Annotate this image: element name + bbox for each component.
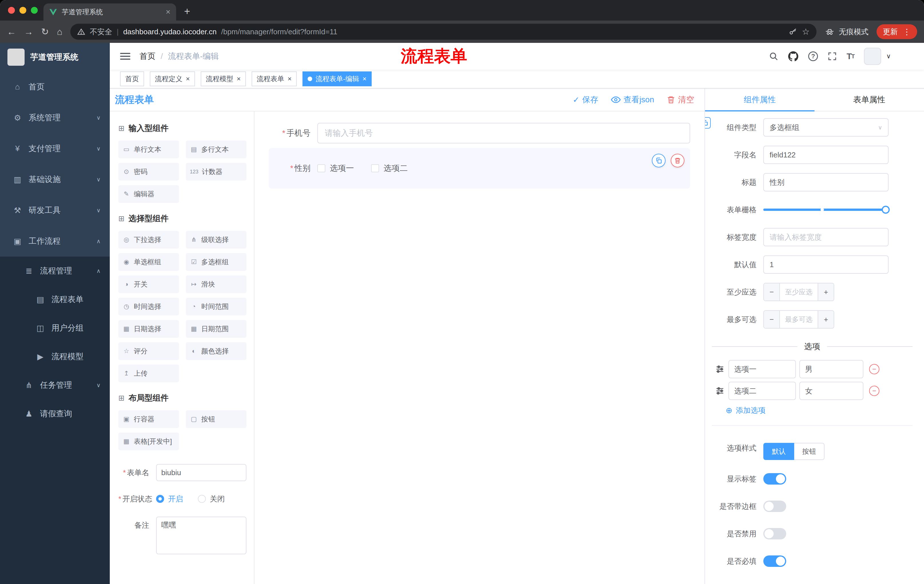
gender-option-1-checkbox[interactable]: 选项一 (317, 163, 354, 174)
form-grid-slider[interactable] (763, 201, 889, 219)
search-icon[interactable] (769, 51, 779, 61)
browser-tab[interactable]: 芋道管理系统 × (43, 3, 176, 21)
sidebar-item-task-management[interactable]: ⋔ 任务管理 ∨ (0, 371, 110, 400)
hamburger-icon[interactable] (120, 53, 130, 60)
palette-item-select[interactable]: ◎下拉选择 (118, 231, 179, 248)
form-canvas[interactable]: *手机号 请输入手机号 (254, 112, 705, 584)
form-remark-textarea[interactable]: 嘿嘿 (156, 517, 246, 554)
tag-process-form[interactable]: 流程表单 × (252, 71, 297, 86)
close-icon[interactable]: × (237, 76, 241, 82)
sidebar-item-process-model[interactable]: ▶ 流程模型 (0, 342, 110, 371)
field-name-input[interactable] (763, 146, 889, 164)
sidebar-item-dev-tools[interactable]: ⚒ 研发工具 ∨ (0, 195, 110, 226)
font-size-icon[interactable]: TT (846, 51, 854, 61)
palette-item-date-range[interactable]: ▦日期范围 (186, 320, 246, 338)
with-border-toggle[interactable] (763, 500, 786, 512)
breadcrumb-home[interactable]: 首页 (140, 51, 155, 62)
drag-handle-icon[interactable] (715, 365, 724, 374)
option-1-value-input[interactable] (799, 360, 863, 378)
sidebar-item-process-form[interactable]: ▤ 流程表单 (0, 285, 110, 314)
palette-item-switch[interactable]: ◑开关 (118, 275, 179, 293)
increase-button[interactable]: + (818, 311, 834, 328)
phone-field-row[interactable]: *手机号 请输入手机号 (269, 123, 690, 143)
bookmark-star-icon[interactable]: ☆ (802, 28, 810, 36)
copy-link-button[interactable] (705, 117, 711, 128)
palette-item-editor[interactable]: ✎编辑器 (118, 185, 179, 203)
palette-item-time-range[interactable]: ◔时间范围 (186, 298, 246, 316)
decrease-button[interactable]: − (764, 311, 780, 328)
sidebar-item-workflow[interactable]: ▣ 工作流程 ∧ (0, 226, 110, 257)
palette-item-counter[interactable]: 123计数器 (186, 163, 246, 181)
palette-item-color-picker[interactable]: ◐颜色选择 (186, 342, 246, 360)
form-name-input[interactable] (156, 464, 246, 481)
delete-component-button[interactable] (671, 154, 685, 168)
palette-item-single-text[interactable]: ▭单行文本 (118, 141, 179, 158)
browser-menu-icon[interactable]: ⋮ (903, 27, 911, 36)
remove-option-button[interactable]: − (869, 364, 879, 374)
sidebar-item-payment-management[interactable]: ¥ 支付管理 ∨ (0, 133, 110, 164)
tag-home[interactable]: 首页 (120, 71, 144, 86)
reload-icon[interactable]: ↻ (41, 27, 49, 36)
label-width-input[interactable] (763, 228, 889, 246)
component-type-select[interactable]: 多选框组 ∨ (763, 118, 889, 137)
add-option-button[interactable]: ⊕ 添加选项 (726, 403, 912, 417)
tag-process-form-edit[interactable]: 流程表单-编辑 × (302, 71, 372, 86)
clear-button[interactable]: 清空 (667, 94, 694, 105)
decrease-button[interactable]: − (764, 283, 780, 301)
palette-item-date-picker[interactable]: ▦日期选择 (118, 320, 179, 338)
minimize-window-button[interactable] (20, 7, 26, 14)
option-2-value-input[interactable] (799, 382, 863, 400)
forward-icon[interactable]: → (24, 27, 33, 36)
tab-component-props[interactable]: 组件属性 (705, 89, 815, 111)
palette-item-button[interactable]: ▢按钮 (186, 410, 246, 428)
palette-item-checkbox-group[interactable]: ☑多选框组 (186, 253, 246, 271)
security-label[interactable]: 不安全 (90, 27, 112, 37)
back-icon[interactable]: ← (7, 27, 16, 36)
sidebar-logo-row[interactable]: 芋道管理系统 (0, 43, 110, 71)
sidebar-item-process-management[interactable]: ≣ 流程管理 ∧ (0, 257, 110, 285)
sidebar-item-infrastructure[interactable]: ▥ 基础设施 ∨ (0, 164, 110, 195)
sidebar-item-user-group[interactable]: ◫ 用户分组 (0, 314, 110, 342)
home-nav-icon[interactable]: ⌂ (57, 27, 62, 36)
sidebar-item-leave-query[interactable]: ♟ 请假查询 (0, 400, 110, 428)
default-value-input[interactable] (763, 255, 889, 274)
palette-item-upload[interactable]: ↥上传 (118, 365, 179, 382)
save-button[interactable]: ✓ 保存 (573, 94, 598, 105)
max-select-value[interactable]: 最多可选 (780, 311, 818, 328)
title-input[interactable] (763, 173, 889, 191)
remove-option-button[interactable]: − (869, 386, 879, 396)
disabled-toggle[interactable] (763, 528, 786, 540)
style-default-button[interactable]: 默认 (763, 443, 794, 460)
slider-handle[interactable] (882, 206, 890, 214)
close-icon[interactable]: × (186, 76, 190, 82)
maximize-window-button[interactable] (31, 7, 38, 14)
gender-option-2-checkbox[interactable]: 选项二 (371, 163, 408, 174)
sidebar-item-system-management[interactable]: ⚙ 系统管理 ∨ (0, 102, 110, 133)
tag-process-definition[interactable]: 流程定义 × (150, 71, 195, 86)
palette-item-slider[interactable]: ↦滑块 (186, 275, 246, 293)
drag-handle-icon[interactable] (715, 386, 724, 395)
password-key-icon[interactable] (789, 28, 797, 36)
palette-item-multi-text[interactable]: ▤多行文本 (186, 141, 246, 158)
close-icon[interactable]: × (288, 76, 292, 82)
help-icon[interactable]: ? (808, 51, 818, 61)
increase-button[interactable]: + (818, 283, 834, 301)
option-2-name-input[interactable] (728, 382, 796, 400)
show-label-toggle[interactable] (763, 473, 786, 485)
update-button[interactable]: 更新 ⋮ (876, 24, 917, 39)
new-tab-button[interactable]: + (184, 6, 190, 16)
min-select-value[interactable]: 至少应选 (780, 283, 818, 301)
palette-item-row-container[interactable]: ▣行容器 (118, 410, 179, 428)
close-icon[interactable]: × (363, 76, 366, 82)
palette-item-time-picker[interactable]: ◷时间选择 (118, 298, 179, 316)
avatar[interactable] (864, 48, 881, 65)
phone-input[interactable]: 请输入手机号 (317, 123, 690, 143)
view-json-button[interactable]: 查看json (611, 94, 654, 105)
palette-item-cascader[interactable]: ⋔级联选择 (186, 231, 246, 248)
avatar-caret-icon[interactable]: ∨ (886, 53, 891, 60)
status-off-radio[interactable]: 关闭 (198, 494, 225, 504)
github-icon[interactable] (788, 51, 799, 61)
fullscreen-icon[interactable] (828, 52, 837, 61)
close-window-button[interactable] (8, 7, 15, 14)
status-on-radio[interactable]: 开启 (156, 494, 183, 504)
